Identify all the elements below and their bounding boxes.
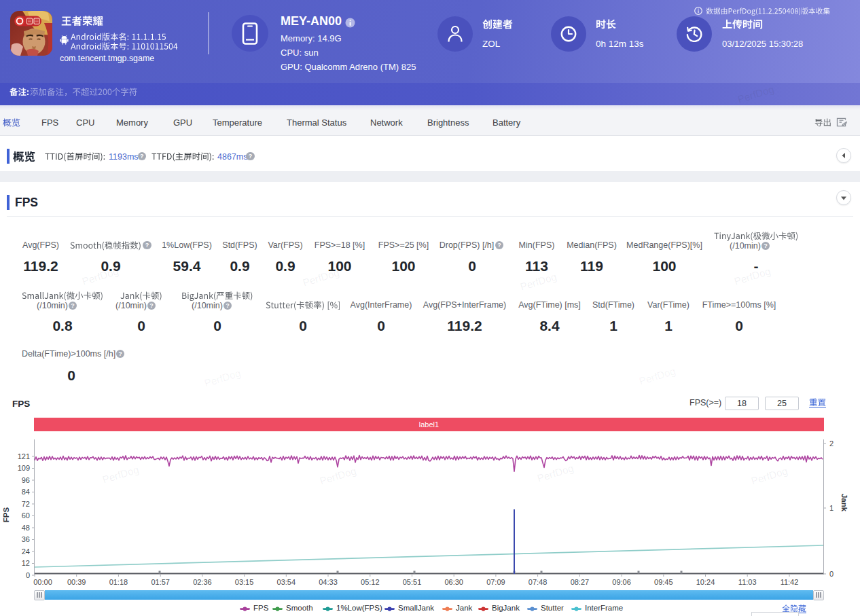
svg-text:84: 84 xyxy=(22,488,30,496)
svg-text:2: 2 xyxy=(829,439,834,448)
svg-text:FPS: FPS xyxy=(2,507,10,522)
svg-text:12: 12 xyxy=(22,559,30,567)
svg-text:121: 121 xyxy=(18,452,30,460)
svg-text:11:42: 11:42 xyxy=(781,578,799,586)
svg-text:0: 0 xyxy=(829,570,834,578)
svg-text:00:00: 00:00 xyxy=(33,578,52,586)
svg-text:04:33: 04:33 xyxy=(319,578,338,586)
svg-text:24: 24 xyxy=(22,547,30,556)
svg-text:09:06: 09:06 xyxy=(612,578,631,586)
svg-text:02:36: 02:36 xyxy=(193,578,212,586)
svg-text:01:18: 01:18 xyxy=(109,578,128,586)
svg-text:10:24: 10:24 xyxy=(696,578,715,586)
svg-text:00:39: 00:39 xyxy=(67,578,86,586)
svg-text:0: 0 xyxy=(26,571,30,579)
svg-text:01:57: 01:57 xyxy=(151,578,170,586)
svg-text:36: 36 xyxy=(22,535,30,543)
svg-text:48: 48 xyxy=(22,524,30,532)
svg-text:06:30: 06:30 xyxy=(444,578,463,586)
svg-text:08:27: 08:27 xyxy=(571,578,590,586)
svg-text:96: 96 xyxy=(22,476,30,484)
svg-text:1: 1 xyxy=(829,504,834,512)
svg-text:Jank: Jank xyxy=(840,494,848,512)
svg-text:72: 72 xyxy=(22,500,30,508)
svg-text:05:51: 05:51 xyxy=(403,578,422,586)
svg-text:109: 109 xyxy=(18,464,30,472)
svg-text:09:45: 09:45 xyxy=(654,578,673,586)
svg-text:05:12: 05:12 xyxy=(361,578,380,586)
svg-text:03:15: 03:15 xyxy=(235,578,254,586)
svg-text:07:09: 07:09 xyxy=(486,578,505,586)
svg-text:60: 60 xyxy=(22,511,30,520)
svg-text:11:03: 11:03 xyxy=(738,578,757,586)
svg-text:07:48: 07:48 xyxy=(528,578,548,586)
svg-text:03:54: 03:54 xyxy=(277,578,296,586)
